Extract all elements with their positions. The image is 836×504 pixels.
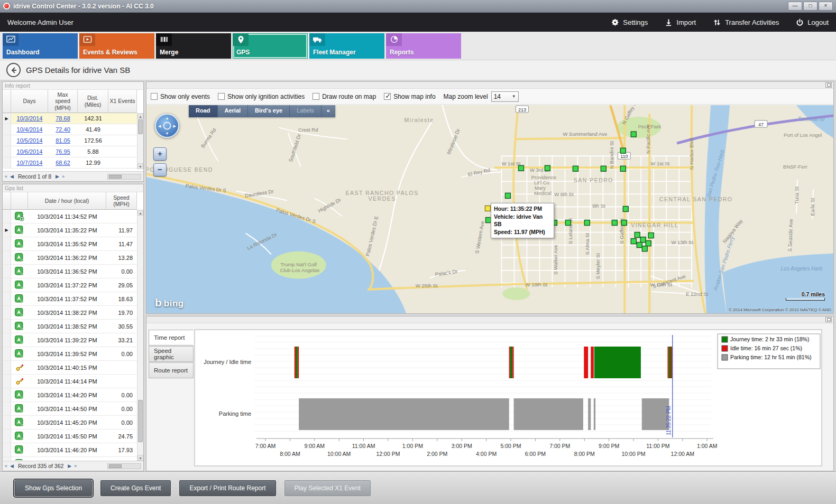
gps-marker[interactable] xyxy=(565,220,571,226)
list-item[interactable]: 10/3/2014 11:44:14 PM xyxy=(3,375,143,388)
report-tab-speed-graphic[interactable]: Speed graphic xyxy=(149,346,194,362)
map-view-tab-labels[interactable]: Labels xyxy=(290,105,321,117)
minimize-button[interactable]: — xyxy=(788,2,802,11)
checkbox-show-map-info[interactable]: Show map info xyxy=(384,93,435,100)
list-item[interactable]: 10/3/2014 11:46:20 PM17.93 xyxy=(3,443,143,457)
gps-marker-selected[interactable] xyxy=(485,206,491,211)
maximize-button[interactable]: □ xyxy=(803,2,817,11)
pager-hscrollbar[interactable] xyxy=(107,463,141,469)
chart-panel-restore-icon[interactable] xyxy=(825,317,832,322)
max-speed-link[interactable]: 78.68 xyxy=(56,115,70,122)
days-link[interactable]: 10/7/2014 xyxy=(17,160,43,166)
export-print-route-report-button[interactable]: Export / Print Route Report xyxy=(179,480,275,496)
gps-marker[interactable] xyxy=(631,132,636,137)
map-pan-control[interactable]: ▲ ▼ ◀ ▶ xyxy=(155,114,179,138)
gps-marker[interactable] xyxy=(573,166,578,171)
gps-marker[interactable] xyxy=(631,239,636,244)
map-canvas[interactable]: MiralestePeck ParkW Summerland AveCrest … xyxy=(146,105,833,313)
tab-dashboard[interactable]: Dashboard xyxy=(3,33,78,59)
gps-marker[interactable] xyxy=(584,220,590,226)
list-item[interactable]: 10/3/2014 11:45:20 PM0.00 xyxy=(3,416,143,430)
map-panel-restore-icon[interactable] xyxy=(825,82,832,88)
checkbox-box[interactable] xyxy=(313,93,319,100)
gps-marker[interactable] xyxy=(648,233,654,238)
table-row[interactable]: ▶10/3/201478.68142.31 xyxy=(3,113,143,124)
checkbox-box[interactable] xyxy=(384,93,391,100)
checkbox-box[interactable] xyxy=(151,93,158,100)
max-speed-link[interactable]: 68.62 xyxy=(56,160,70,166)
menu-item-settings[interactable]: Settings xyxy=(611,18,648,26)
menu-item-logout[interactable]: Logout xyxy=(796,18,829,26)
list-item[interactable]: 10/3/2014 11:45:50 PM24.75 xyxy=(3,430,143,443)
menu-item-import[interactable]: Import xyxy=(665,18,696,26)
pager-next-button[interactable]: ▶ xyxy=(56,174,59,179)
gps-list-vscrollbar[interactable]: ▲ ▼ xyxy=(137,210,143,461)
gps-marker[interactable] xyxy=(620,166,626,171)
list-item[interactable]: 10/3/2014 11:37:22 PM29.05 xyxy=(3,278,143,292)
gps-marker[interactable] xyxy=(640,237,646,242)
pager-first-button[interactable]: « xyxy=(5,464,7,469)
map-view-tab-road[interactable]: Road xyxy=(189,105,218,117)
back-button[interactable] xyxy=(6,63,21,77)
tab-fleet-manager[interactable]: Fleet Manager xyxy=(309,33,384,59)
max-speed-link[interactable]: 81.05 xyxy=(56,137,70,144)
list-item[interactable]: 10/3/2014 11:44:20 PM0.00 xyxy=(3,388,143,402)
close-button[interactable]: × xyxy=(819,2,833,11)
table-row[interactable]: 10/7/201468.6212.99 xyxy=(3,157,143,169)
map-view-tab-aerial[interactable]: Aerial xyxy=(218,105,249,117)
report-tab-time-report[interactable]: Time report xyxy=(149,330,194,346)
days-link[interactable]: 10/5/2014 xyxy=(17,137,43,144)
create-gps-event-button[interactable]: Create Gps Event xyxy=(100,480,171,496)
pager-prev-button[interactable]: ◀ xyxy=(10,464,14,469)
pager-hscrollbar[interactable] xyxy=(107,174,141,180)
list-item[interactable]: 10/3/2014 11:40:15 PM xyxy=(3,361,143,375)
gps-marker[interactable] xyxy=(637,242,642,248)
map-zoom-in-button[interactable]: + xyxy=(153,147,167,161)
list-item[interactable]: 10/3/2014 11:34:52 PM xyxy=(3,210,143,223)
max-speed-link[interactable]: 76.95 xyxy=(56,148,70,155)
tab-merge[interactable]: Merge xyxy=(156,33,231,59)
map-view-tab-bird-s-eye[interactable]: Bird's eye xyxy=(248,105,290,117)
checkbox-box[interactable] xyxy=(218,93,225,100)
map-zoom-out-button[interactable]: − xyxy=(153,163,167,176)
list-item[interactable]: 10/3/2014 11:38:22 PM19.70 xyxy=(3,306,143,320)
checkbox-show-only-ignition-activities[interactable]: Show only ignition activities xyxy=(218,93,305,100)
list-item[interactable]: 10/3/2014 11:37:52 PM18.63 xyxy=(3,292,143,306)
gps-marker[interactable] xyxy=(545,165,550,171)
list-item[interactable]: 10/3/2014 11:44:50 PM0.00 xyxy=(3,402,143,416)
list-item[interactable] xyxy=(3,457,143,460)
tab-reports[interactable]: Reports xyxy=(386,33,461,59)
days-link[interactable]: 10/6/2014 xyxy=(17,148,43,155)
gps-marker[interactable] xyxy=(620,148,626,153)
menu-item-transfer-activities[interactable]: Transfer Activities xyxy=(713,18,779,26)
report-tab-route-report[interactable]: Route report xyxy=(149,362,194,378)
checkbox-draw-route-on-map[interactable]: Draw route on map xyxy=(313,93,376,100)
gps-marker[interactable] xyxy=(646,241,651,246)
gps-marker[interactable] xyxy=(612,220,617,226)
list-item[interactable]: 10/3/2014 11:36:22 PM13.28 xyxy=(3,251,143,265)
days-link[interactable]: 10/3/2014 xyxy=(17,115,43,122)
list-item[interactable]: 10/3/2014 11:35:52 PM11.47 xyxy=(3,237,143,251)
list-item[interactable]: 10/3/2014 11:36:52 PM0.00 xyxy=(3,265,143,278)
gps-marker[interactable] xyxy=(505,193,510,198)
collapse-map-menu-icon[interactable]: « xyxy=(321,105,335,117)
table-row[interactable]: 10/5/201481.05172.56 xyxy=(3,135,143,146)
days-link[interactable]: 10/4/2014 xyxy=(17,126,43,133)
max-speed-link[interactable]: 72.40 xyxy=(56,126,70,133)
gps-marker[interactable] xyxy=(635,232,640,238)
list-item[interactable]: 10/3/2014 11:39:52 PM0.00 xyxy=(3,347,143,361)
info-report-vscrollbar[interactable]: ▲ ▼ xyxy=(137,113,143,169)
pager-first-button[interactable]: « xyxy=(5,174,7,179)
map-zoom-select[interactable]: 14 ▼ xyxy=(491,91,519,102)
gps-marker[interactable] xyxy=(642,246,647,251)
table-row[interactable]: 10/4/201472.4041.49 xyxy=(3,124,143,135)
pager-last-button[interactable]: » xyxy=(74,464,77,469)
gps-marker[interactable] xyxy=(621,220,627,226)
pager-next-button[interactable]: ▶ xyxy=(68,464,71,469)
gps-marker[interactable] xyxy=(623,206,628,211)
list-item[interactable]: 10/3/2014 11:38:52 PM30.55 xyxy=(3,320,143,333)
gps-marker[interactable] xyxy=(518,165,523,171)
tab-events-reviews[interactable]: Events & Reviews xyxy=(79,33,154,59)
show-gps-selection-button[interactable]: Show Gps Selection xyxy=(15,480,92,496)
tab-gps[interactable]: GPS xyxy=(233,33,308,59)
